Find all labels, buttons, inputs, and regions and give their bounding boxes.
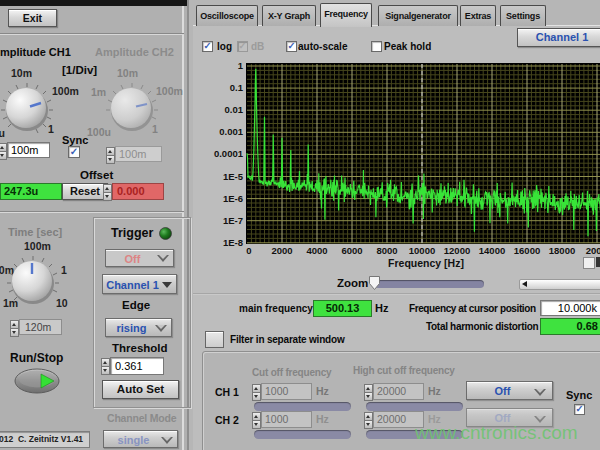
svg-text:0.001: 0.001 bbox=[219, 126, 243, 137]
svg-text:4000: 4000 bbox=[306, 245, 327, 256]
svg-text:0.0001: 0.0001 bbox=[214, 148, 244, 159]
svg-text:16000: 16000 bbox=[514, 245, 540, 256]
svg-text:2000: 2000 bbox=[271, 245, 292, 256]
svg-text:1: 1 bbox=[238, 60, 244, 71]
svg-text:12000: 12000 bbox=[444, 245, 470, 256]
svg-text:10000: 10000 bbox=[409, 245, 435, 256]
svg-text:8000: 8000 bbox=[376, 245, 397, 256]
svg-text:18000: 18000 bbox=[549, 245, 575, 256]
svg-text:0.1: 0.1 bbox=[230, 82, 244, 93]
svg-text:1E-8: 1E-8 bbox=[223, 237, 243, 248]
svg-text:1E-6: 1E-6 bbox=[223, 193, 243, 204]
svg-text:1E-7: 1E-7 bbox=[223, 215, 243, 226]
svg-text:0: 0 bbox=[246, 245, 251, 256]
svg-text:6000: 6000 bbox=[341, 245, 362, 256]
svg-text:0.01: 0.01 bbox=[225, 104, 244, 115]
svg-text:1E-5: 1E-5 bbox=[223, 171, 244, 182]
svg-text:20000: 20000 bbox=[586, 245, 600, 256]
svg-text:14000: 14000 bbox=[479, 245, 505, 256]
svg-text:Frequency [Hz]: Frequency [Hz] bbox=[388, 257, 464, 269]
